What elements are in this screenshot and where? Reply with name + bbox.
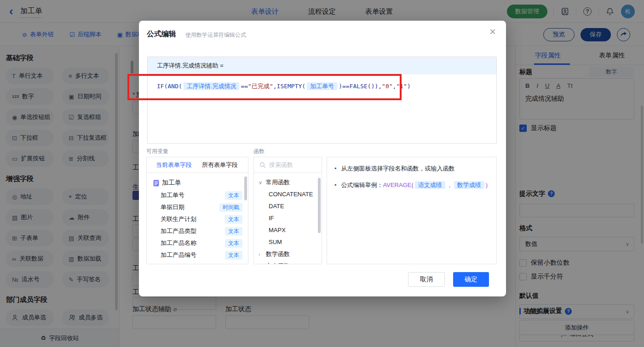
field-chip[interactable]: 工序详情.完成情况 <box>184 82 240 90</box>
separator: ， <box>447 182 453 188</box>
field-chip[interactable]: 加工单号 <box>307 82 337 90</box>
formula-token: ,ISEMPTY( <box>273 83 305 90</box>
formula-token: "1" <box>396 83 407 90</box>
tab-all-form-fields[interactable]: 所有表单字段 <box>202 161 238 169</box>
close-icon[interactable]: × <box>489 26 496 37</box>
variable-type-badge: 文本 <box>225 227 242 236</box>
field-chip[interactable]: 数学成绩 <box>454 181 484 189</box>
tab-current-form-fields[interactable]: 当前表单字段 <box>156 161 192 169</box>
chevron-collapsed-icon: › <box>259 251 263 257</box>
variable-name: 加工产品名称 <box>161 239 196 247</box>
formula-target: 工序详情.完成情况辅助 = <box>148 57 496 74</box>
bullet-icon: • <box>334 180 337 190</box>
function-item[interactable]: IF <box>259 212 322 224</box>
formula-token: )==FALSE()), <box>339 83 382 90</box>
variable-list: 加工单号文本单据日期时间戳关联生产计划文本加工产品类型文本加工产品名称文本加工产… <box>153 189 248 261</box>
function-group[interactable]: ∨常用函数 <box>259 176 322 188</box>
variable-type-badge: 文本 <box>225 251 242 260</box>
variables-scrollbar[interactable] <box>244 176 247 200</box>
search-icon <box>259 162 266 168</box>
formula-token: ) <box>407 83 411 90</box>
document-icon <box>153 180 159 187</box>
function-item[interactable]: CONCATENATE <box>259 188 322 200</box>
formula-editor[interactable]: 工序详情.完成情况辅助 = IF(AND(工序详情.完成情况=="已完成",IS… <box>147 57 497 144</box>
function-item[interactable]: MAPX <box>259 224 322 236</box>
variable-row[interactable]: 加工产品类型文本 <box>153 225 248 237</box>
variable-name: 关联生产计划 <box>161 215 196 223</box>
formula-token: IF(AND( <box>157 83 182 90</box>
function-paren: ) <box>486 182 488 188</box>
variables-panel: 当前表单字段 所有表单字段 加工单 加工单号文本单据日期时间戳关联生产计划文本加… <box>146 157 248 264</box>
variable-name: 单据日期 <box>161 203 184 211</box>
variable-row[interactable]: 单据日期时间戳 <box>153 201 248 213</box>
variable-name: 加工单号 <box>161 191 184 199</box>
formula-expression[interactable]: IF(AND(工序详情.完成情况=="已完成",ISEMPTY(加工单号)==F… <box>148 74 496 98</box>
variable-row[interactable]: 加工单号文本 <box>153 189 248 201</box>
help-line-2: • 公式编辑举例：AVERAGE(语文成绩，数学成绩) <box>334 180 489 190</box>
modal-subtitle: 使用数学运算符编辑公式 <box>185 31 246 39</box>
variable-row[interactable]: 加工产品编号文本 <box>153 249 248 261</box>
variable-row[interactable]: 关联生产计划文本 <box>153 213 248 225</box>
functions-label: 函数 <box>253 148 264 155</box>
variable-type-badge: 文本 <box>225 215 242 224</box>
function-item[interactable]: DATE <box>259 200 322 212</box>
function-search-input[interactable] <box>269 161 315 168</box>
variable-row[interactable]: 加工产品名称文本 <box>153 237 248 249</box>
variable-type-badge: 文本 <box>225 239 242 248</box>
function-item[interactable]: SUM <box>259 236 322 248</box>
chevron-collapsed-icon: › <box>259 263 263 264</box>
function-search[interactable] <box>254 157 322 173</box>
help-line-1: • 从左侧面板选择字段名和函数，或输入函数 <box>334 164 489 174</box>
bullet-icon: • <box>334 164 337 174</box>
function-group[interactable]: ›数学函数 <box>259 248 322 260</box>
variable-type-badge: 时间戳 <box>219 203 242 212</box>
field-chip[interactable]: 语文成绩 <box>415 181 445 189</box>
formula-token: "0" <box>382 83 392 90</box>
formula-token: "已完成" <box>248 83 273 90</box>
function-list: ∨常用函数CONCATENATEDATEIFMAPXSUM›数学函数›文本函数 <box>254 173 322 264</box>
variable-name: 加工产品类型 <box>161 227 196 235</box>
variable-type-badge: 文本 <box>225 191 242 200</box>
variable-name: 加工产品编号 <box>161 251 196 259</box>
formula-token: == <box>241 83 248 90</box>
function-group[interactable]: ›文本函数 <box>259 260 322 264</box>
form-tree-root[interactable]: 加工单 <box>153 176 248 189</box>
modal-title: 公式编辑 <box>147 29 176 39</box>
confirm-button[interactable]: 确定 <box>453 272 489 287</box>
function-name: AVERAGE( <box>383 182 414 188</box>
cancel-button[interactable]: 取消 <box>408 272 445 287</box>
app-window: ‹ 加工单 表单设计 流程设定 表单设置 数据管理 ? <box>0 0 644 347</box>
formula-example: 公式编辑举例：AVERAGE(语文成绩，数学成绩) <box>341 180 488 190</box>
functions-panel: ∨常用函数CONCATENATEDATEIFMAPXSUM›数学函数›文本函数 <box>253 157 322 264</box>
formula-help-panel: • 从左侧面板选择字段名和函数，或输入函数 • 公式编辑举例：AVERAGE(语… <box>327 157 497 264</box>
formula-edit-modal: 公式编辑 使用数学运算符编辑公式 × 工序详情.完成情况辅助 = IF(AND(… <box>139 21 506 296</box>
functions-scrollbar[interactable] <box>318 178 321 233</box>
variables-label: 可用变量 <box>146 148 168 155</box>
chevron-expanded-icon: ∨ <box>259 180 263 186</box>
